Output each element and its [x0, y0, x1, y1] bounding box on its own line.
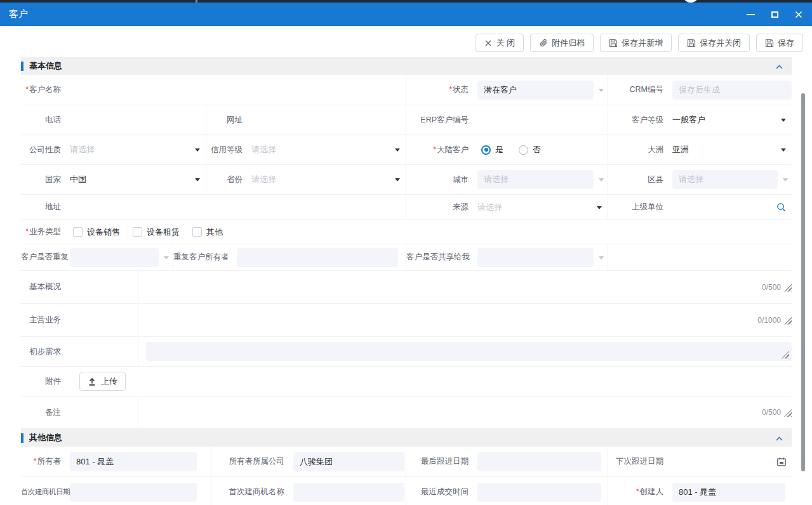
- website-input[interactable]: [247, 105, 406, 134]
- initial-need-textarea[interactable]: [138, 337, 792, 366]
- char-counter: 0/500: [762, 408, 781, 417]
- customer-level-value: 一般客户: [672, 114, 705, 126]
- chevron-down-icon: [599, 178, 604, 184]
- owner-company-input[interactable]: 八骏集团: [289, 447, 406, 476]
- search-icon[interactable]: [776, 202, 787, 213]
- province-select[interactable]: 请选择: [247, 165, 406, 194]
- chevron-down-icon: [395, 148, 400, 154]
- city-select[interactable]: 请选择: [473, 165, 608, 194]
- remark-label: 备注: [21, 407, 65, 418]
- maximize-icon[interactable]: [770, 10, 779, 19]
- parent-unit-lookup[interactable]: [668, 195, 792, 220]
- status-select[interactable]: 潜在客户: [473, 75, 608, 105]
- section-accent-bar: [21, 433, 23, 443]
- window-title: 客户: [9, 8, 28, 20]
- chevron-down-icon: [599, 89, 604, 95]
- district-select[interactable]: 请选择: [668, 165, 792, 194]
- save-icon: [687, 39, 696, 48]
- crm-placeholder: 保存后生成: [679, 84, 720, 96]
- province-placeholder: 请选择: [251, 174, 276, 185]
- radio-yes-label: 是: [495, 144, 503, 155]
- company-nature-label: 公司性质: [21, 145, 65, 155]
- customer-form: 基本信息 客户名称 状态 潜在客户 CRM编号 保存后生成 电话 网址: [21, 57, 792, 505]
- title-bar: 客户: [0, 3, 812, 26]
- customer-level-select[interactable]: 一般客户: [668, 105, 792, 134]
- district-label: 区县: [608, 174, 668, 185]
- collapse-chevron-up-icon[interactable]: [775, 434, 783, 445]
- resize-handle-icon[interactable]: [784, 284, 792, 291]
- owner-company-label: 所有者所属公司: [211, 456, 289, 467]
- field-row: 主营业务 0/1000: [21, 304, 792, 337]
- save-button-label: 保存: [778, 37, 794, 49]
- field-row: 地址 来源 请选择 上级单位: [21, 195, 792, 220]
- source-select[interactable]: 请选择: [473, 195, 608, 220]
- shared-with-me-select[interactable]: [473, 244, 608, 270]
- last-follow-date-input[interactable]: [473, 447, 608, 476]
- crm-number-input[interactable]: 保存后生成: [668, 75, 792, 105]
- address-input[interactable]: [65, 195, 406, 220]
- resize-handle-icon[interactable]: [784, 317, 792, 324]
- credit-level-select[interactable]: 请选择: [247, 135, 406, 164]
- field-row: 电话 网址 ERP客户编号 客户等级 一般客户: [21, 105, 792, 135]
- first-opportunity-date-label: 首次建商机日期: [21, 487, 65, 497]
- close-window-icon[interactable]: [794, 10, 803, 19]
- creator-label: 创建人: [608, 487, 668, 497]
- save-and-close-button[interactable]: 保存并关闭: [678, 34, 750, 52]
- radio-unselected-icon: [519, 145, 528, 155]
- field-row: 业务类型 设备销售 设备租赁 其他: [21, 220, 792, 244]
- phone-input[interactable]: [65, 105, 206, 134]
- window-controls: [746, 10, 803, 19]
- checkbox-equipment-rental[interactable]: 设备租赁: [133, 226, 180, 238]
- continent-select[interactable]: 亚洲: [668, 135, 792, 164]
- radio-yes[interactable]: 是: [481, 144, 503, 155]
- save-icon: [609, 39, 618, 48]
- save-button[interactable]: 保存: [756, 34, 803, 52]
- customer-form-window: 客户 关 闭 附件归档 保存并新增 保存并关闭 保存: [0, 0, 812, 505]
- last-deal-time-input[interactable]: [473, 477, 608, 505]
- collapse-chevron-up-icon[interactable]: [775, 62, 783, 74]
- checkbox-equipment-sales[interactable]: 设备销售: [73, 226, 120, 238]
- duplicate-customer-select[interactable]: [65, 244, 173, 270]
- resize-handle-icon[interactable]: [784, 409, 792, 417]
- chevron-down-icon: [395, 178, 400, 184]
- save-and-new-button[interactable]: 保存并新增: [600, 34, 672, 52]
- customer-name-input[interactable]: [65, 75, 406, 105]
- chevron-down-icon: [195, 148, 200, 154]
- resize-handle-icon[interactable]: [782, 351, 789, 358]
- remark-textarea[interactable]: 0/500: [138, 397, 792, 428]
- main-business-textarea[interactable]: 0/1000: [138, 304, 792, 336]
- minimize-icon[interactable]: [746, 10, 755, 19]
- background-arc-fragment: [683, 0, 698, 3]
- next-follow-date-picker[interactable]: [668, 447, 792, 476]
- radio-no-label: 否: [533, 144, 541, 155]
- scrollbar-thumb[interactable]: [801, 93, 805, 471]
- field-row: 附件 上传: [21, 367, 792, 397]
- field-row: 基本概况 0/500: [21, 271, 792, 304]
- calendar-icon[interactable]: [776, 457, 787, 467]
- checkbox-other[interactable]: 其他: [192, 226, 223, 238]
- owner-label: 所有者: [21, 456, 65, 467]
- owner-input[interactable]: 801 - 晁盖: [65, 447, 211, 476]
- upload-button[interactable]: 上传: [79, 372, 126, 391]
- checkbox-icon: [133, 227, 142, 237]
- country-select[interactable]: 中国: [65, 165, 206, 194]
- field-row: 备注 0/500: [21, 397, 792, 429]
- first-opportunity-date-input[interactable]: [65, 477, 211, 505]
- save-close-button-label: 保存并关闭: [700, 37, 741, 49]
- first-opportunity-name-input[interactable]: [289, 477, 406, 505]
- company-nature-select[interactable]: 请选择: [65, 135, 206, 164]
- parent-unit-label: 上级单位: [608, 202, 668, 213]
- customer-name-label: 客户名称: [21, 84, 65, 95]
- divider: [65, 337, 138, 366]
- basic-overview-textarea[interactable]: 0/500: [138, 271, 792, 303]
- radio-no[interactable]: 否: [519, 144, 541, 155]
- duplicate-customer-label: 客户是否重复: [21, 252, 65, 263]
- duplicate-owner-label: 重复客户所有者: [173, 252, 232, 263]
- archive-attachment-button[interactable]: 附件归档: [530, 34, 594, 52]
- source-placeholder: 请选择: [477, 202, 502, 213]
- duplicate-owner-input[interactable]: [232, 244, 406, 270]
- checkbox-label: 设备销售: [87, 226, 120, 238]
- close-button[interactable]: 关 闭: [476, 34, 524, 52]
- creator-input[interactable]: 801 - 晁盖: [668, 477, 792, 505]
- erp-number-input[interactable]: [473, 105, 608, 134]
